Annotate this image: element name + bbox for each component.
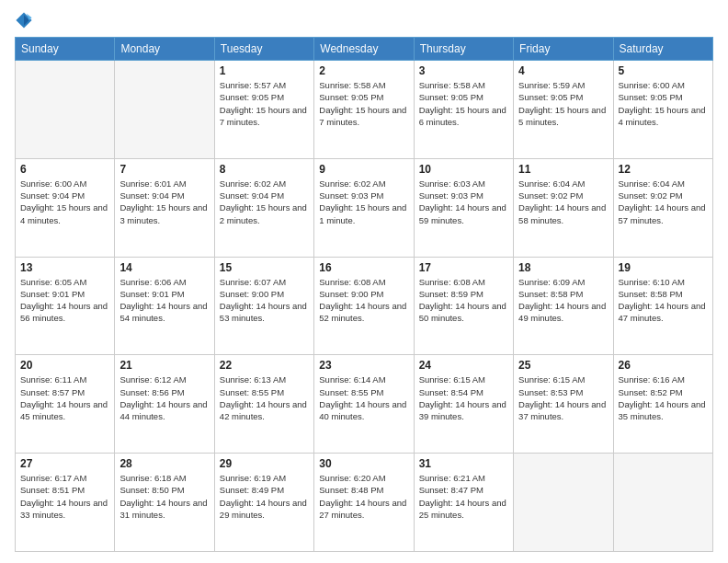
calendar-cell: 24Sunrise: 6:15 AM Sunset: 8:54 PM Dayli… [414, 355, 513, 454]
calendar-cell: 8Sunrise: 6:02 AM Sunset: 9:04 PM Daylig… [214, 158, 313, 257]
day-info: Sunrise: 6:14 AM Sunset: 8:55 PM Dayligh… [319, 373, 408, 422]
day-number: 22 [220, 359, 309, 372]
day-number: 28 [119, 457, 209, 470]
day-number: 7 [119, 163, 209, 176]
day-info: Sunrise: 6:04 AM Sunset: 9:02 PM Dayligh… [619, 178, 708, 226]
calendar-cell [613, 454, 712, 552]
day-info: Sunrise: 6:00 AM Sunset: 9:04 PM Dayligh… [20, 178, 109, 226]
day-number: 26 [619, 359, 708, 372]
calendar-cell: 10Sunrise: 6:03 AM Sunset: 9:03 PM Dayli… [414, 158, 513, 257]
header [15, 11, 713, 29]
calendar-cell [16, 61, 115, 159]
calendar-cell: 11Sunrise: 6:04 AM Sunset: 9:02 PM Dayli… [514, 158, 613, 257]
calendar-cell: 15Sunrise: 6:07 AM Sunset: 9:00 PM Dayli… [214, 257, 313, 355]
calendar-week-5: 27Sunrise: 6:17 AM Sunset: 8:51 PM Dayli… [16, 454, 713, 552]
calendar-cell: 6Sunrise: 6:00 AM Sunset: 9:04 PM Daylig… [16, 158, 115, 257]
day-info: Sunrise: 6:04 AM Sunset: 9:02 PM Dayligh… [518, 178, 608, 226]
day-number: 17 [419, 261, 508, 274]
calendar-cell: 20Sunrise: 6:11 AM Sunset: 8:57 PM Dayli… [16, 355, 115, 454]
day-number: 12 [619, 163, 708, 176]
day-number: 14 [119, 261, 209, 274]
day-number: 21 [119, 359, 209, 372]
day-number: 2 [319, 64, 408, 77]
logo [15, 11, 37, 29]
day-number: 23 [319, 359, 408, 372]
day-info: Sunrise: 6:15 AM Sunset: 8:54 PM Dayligh… [419, 373, 508, 422]
day-info: Sunrise: 6:10 AM Sunset: 8:58 PM Dayligh… [619, 276, 708, 325]
day-info: Sunrise: 6:19 AM Sunset: 8:49 PM Dayligh… [220, 472, 309, 521]
calendar-body: 1Sunrise: 5:57 AM Sunset: 9:05 PM Daylig… [16, 61, 713, 552]
calendar-cell: 9Sunrise: 6:02 AM Sunset: 9:03 PM Daylig… [314, 158, 414, 257]
calendar-cell: 4Sunrise: 5:59 AM Sunset: 9:05 PM Daylig… [514, 61, 613, 159]
day-info: Sunrise: 6:01 AM Sunset: 9:04 PM Dayligh… [119, 178, 209, 226]
weekday-header-tuesday: Tuesday [214, 38, 313, 61]
day-info: Sunrise: 6:05 AM Sunset: 9:01 PM Dayligh… [20, 276, 109, 325]
calendar-cell: 5Sunrise: 6:00 AM Sunset: 9:05 PM Daylig… [613, 61, 712, 159]
calendar-cell: 21Sunrise: 6:12 AM Sunset: 8:56 PM Dayli… [115, 355, 214, 454]
day-info: Sunrise: 6:20 AM Sunset: 8:48 PM Dayligh… [319, 472, 408, 521]
day-number: 4 [518, 64, 608, 77]
weekday-header-friday: Friday [514, 38, 613, 61]
day-number: 20 [20, 359, 109, 372]
day-info: Sunrise: 6:06 AM Sunset: 9:01 PM Dayligh… [119, 276, 209, 325]
calendar-header-row: SundayMondayTuesdayWednesdayThursdayFrid… [16, 38, 713, 61]
day-number: 25 [518, 359, 608, 372]
calendar-cell [514, 454, 613, 552]
day-number: 29 [220, 457, 309, 470]
calendar-cell: 13Sunrise: 6:05 AM Sunset: 9:01 PM Dayli… [16, 257, 115, 355]
day-info: Sunrise: 6:07 AM Sunset: 9:00 PM Dayligh… [220, 276, 309, 325]
calendar-week-1: 1Sunrise: 5:57 AM Sunset: 9:05 PM Daylig… [16, 61, 713, 159]
day-info: Sunrise: 6:02 AM Sunset: 9:04 PM Dayligh… [220, 178, 309, 226]
calendar-cell: 7Sunrise: 6:01 AM Sunset: 9:04 PM Daylig… [115, 158, 214, 257]
day-info: Sunrise: 6:11 AM Sunset: 8:57 PM Dayligh… [20, 373, 109, 422]
day-number: 13 [20, 261, 109, 274]
day-info: Sunrise: 6:03 AM Sunset: 9:03 PM Dayligh… [419, 178, 508, 226]
weekday-header-sunday: Sunday [16, 38, 115, 61]
day-info: Sunrise: 5:58 AM Sunset: 9:05 PM Dayligh… [419, 79, 508, 128]
day-number: 10 [419, 163, 508, 176]
day-number: 16 [319, 261, 408, 274]
weekday-header-saturday: Saturday [613, 38, 712, 61]
day-number: 18 [518, 261, 608, 274]
calendar-cell: 30Sunrise: 6:20 AM Sunset: 8:48 PM Dayli… [314, 454, 414, 552]
calendar-cell: 3Sunrise: 5:58 AM Sunset: 9:05 PM Daylig… [414, 61, 513, 159]
day-info: Sunrise: 6:17 AM Sunset: 8:51 PM Dayligh… [20, 472, 109, 521]
day-number: 30 [319, 457, 408, 470]
calendar-cell: 22Sunrise: 6:13 AM Sunset: 8:55 PM Dayli… [214, 355, 313, 454]
calendar-week-3: 13Sunrise: 6:05 AM Sunset: 9:01 PM Dayli… [16, 257, 713, 355]
day-info: Sunrise: 5:59 AM Sunset: 9:05 PM Dayligh… [518, 79, 608, 128]
day-info: Sunrise: 6:02 AM Sunset: 9:03 PM Dayligh… [319, 178, 408, 226]
day-info: Sunrise: 6:15 AM Sunset: 8:53 PM Dayligh… [518, 373, 608, 422]
calendar-cell: 29Sunrise: 6:19 AM Sunset: 8:49 PM Dayli… [214, 454, 313, 552]
day-info: Sunrise: 6:21 AM Sunset: 8:47 PM Dayligh… [419, 472, 508, 521]
calendar-cell: 26Sunrise: 6:16 AM Sunset: 8:52 PM Dayli… [613, 355, 712, 454]
calendar-week-4: 20Sunrise: 6:11 AM Sunset: 8:57 PM Dayli… [16, 355, 713, 454]
day-number: 1 [220, 64, 309, 77]
calendar-cell: 17Sunrise: 6:08 AM Sunset: 8:59 PM Dayli… [414, 257, 513, 355]
calendar-cell: 14Sunrise: 6:06 AM Sunset: 9:01 PM Dayli… [115, 257, 214, 355]
calendar-cell: 16Sunrise: 6:08 AM Sunset: 9:00 PM Dayli… [314, 257, 414, 355]
page: SundayMondayTuesdayWednesdayThursdayFrid… [0, 0, 728, 563]
calendar-cell: 27Sunrise: 6:17 AM Sunset: 8:51 PM Dayli… [16, 454, 115, 552]
day-number: 15 [220, 261, 309, 274]
calendar-cell: 12Sunrise: 6:04 AM Sunset: 9:02 PM Dayli… [613, 158, 712, 257]
weekday-header-thursday: Thursday [414, 38, 513, 61]
day-info: Sunrise: 6:08 AM Sunset: 8:59 PM Dayligh… [419, 276, 508, 325]
day-number: 27 [20, 457, 109, 470]
day-number: 9 [319, 163, 408, 176]
day-info: Sunrise: 6:13 AM Sunset: 8:55 PM Dayligh… [220, 373, 309, 422]
logo-icon [15, 11, 33, 29]
day-number: 24 [419, 359, 508, 372]
calendar-week-2: 6Sunrise: 6:00 AM Sunset: 9:04 PM Daylig… [16, 158, 713, 257]
day-number: 8 [220, 163, 309, 176]
weekday-header-wednesday: Wednesday [314, 38, 414, 61]
calendar-cell: 31Sunrise: 6:21 AM Sunset: 8:47 PM Dayli… [414, 454, 513, 552]
day-info: Sunrise: 6:08 AM Sunset: 9:00 PM Dayligh… [319, 276, 408, 325]
day-number: 3 [419, 64, 508, 77]
weekday-header-monday: Monday [115, 38, 214, 61]
day-info: Sunrise: 5:58 AM Sunset: 9:05 PM Dayligh… [319, 79, 408, 128]
day-info: Sunrise: 6:12 AM Sunset: 8:56 PM Dayligh… [119, 373, 209, 422]
calendar-cell [115, 61, 214, 159]
day-number: 6 [20, 163, 109, 176]
day-info: Sunrise: 6:09 AM Sunset: 8:58 PM Dayligh… [518, 276, 608, 325]
